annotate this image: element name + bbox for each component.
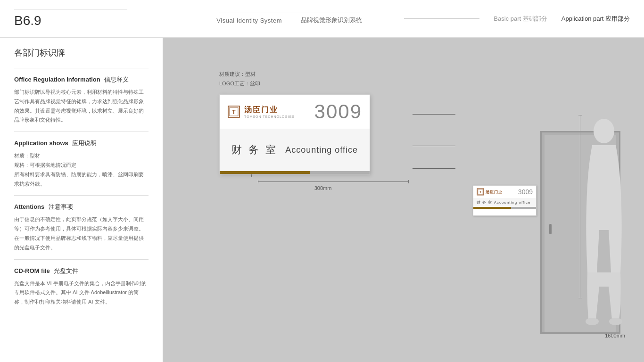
section-attentions: Attentions 注意事项 由于信息的不确定性，此页部分规范（如文字大小、间… — [14, 202, 149, 252]
sign-room-number: 3009 — [314, 100, 362, 123]
small-sign-top: T 汤臣门业 3009 — [473, 186, 536, 198]
sign-logo-icon: T — [227, 105, 240, 118]
content-area: 材质建议：型材 LOGO工艺：丝印 130mm T 汤臣门业 — [163, 38, 644, 362]
material-note-2: LOGO工艺：丝印 — [219, 79, 260, 89]
dim-1600-tick-top — [578, 115, 582, 115]
main-layout: 各部门标识牌 Office Regulation Information 信息释… — [0, 38, 644, 362]
door-wall-bg: T 汤臣门业 3009 财 务 室 Accounting office — [455, 84, 635, 348]
sign-logo-cn: 汤臣门业 — [244, 105, 295, 115]
sign-room-name-en: Accounting office — [285, 145, 358, 155]
sign-bottom-bar — [220, 171, 370, 174]
header: B6.9 Visual Identity System 品牌视觉形象识别系统 B… — [0, 0, 644, 38]
dim-1600-line — [580, 115, 580, 298]
header-app-part: Application part 应用部分 — [561, 15, 630, 23]
sign-middle: 财 务 室 Accounting office — [220, 129, 370, 171]
section-cd-body: 光盘文件是本 VI 手册电子文件的集合，内含手册制作时的专用软件格式文件。其中 … — [14, 279, 149, 307]
section-app-en: Application shows — [14, 140, 68, 147]
tick-left — [258, 180, 258, 183]
dim-line-horizontal — [258, 181, 409, 182]
sign-mockup: T 汤臣门业 TOMSON TECHNOLOGIES 3009 财 务 室 Ac… — [219, 94, 370, 174]
sign-logo-en: TOMSON TECHNOLOGIES — [244, 115, 295, 118]
divider-3 — [14, 259, 149, 260]
vis-system-cn: 品牌视觉形象识别系统 — [301, 16, 362, 25]
tick-bottom — [250, 177, 253, 177]
sign-top: T 汤臣门业 TOMSON TECHNOLOGIES 3009 — [220, 95, 370, 129]
section-att-cn: 注意事项 — [49, 203, 73, 210]
section-info-body: 部门标识牌以导视为核心元素，利用材料的特性与特殊工艺制作具有品牌视觉特征的铭牌，… — [14, 88, 149, 125]
section-att-en: Attentions — [14, 203, 44, 210]
section-application: Application shows 应用说明 材质：型材 规格：可根据实地情况而… — [14, 139, 149, 189]
human-silhouette — [578, 112, 630, 338]
dim-1600: 1600mm — [605, 333, 625, 338]
section-info-en: Office Regulation Information — [14, 76, 100, 83]
material-note-1: 材质建议：型材 — [219, 70, 260, 79]
divider-1 — [14, 132, 149, 132]
small-sign: T 汤臣门业 3009 财 务 室 Accounting office — [473, 185, 537, 216]
section-cd-cn: 光盘文件 — [54, 267, 78, 274]
section-cd-heading: CD-ROM file 光盘文件 — [14, 266, 149, 275]
section-info-cn: 信息释义 — [104, 76, 129, 83]
divider-top — [14, 68, 149, 68]
section-app-heading: Application shows 应用说明 — [14, 139, 149, 148]
svg-text:T: T — [479, 190, 482, 194]
section-app-body: 材质：型材 规格：可根据实地情况而定 所有材料要求具有防锈、防腐的能力，喷漆、丝… — [14, 151, 149, 189]
header-basic-part: Basic part 基础部分 — [494, 15, 547, 23]
small-sign-bar — [473, 207, 536, 209]
section-cdrom: CD-ROM file 光盘文件 光盘文件是本 VI 手册电子文件的集合，内含手… — [14, 266, 149, 307]
sign-logo-area: T 汤臣门业 TOMSON TECHNOLOGIES — [227, 105, 314, 118]
svg-point-8 — [609, 318, 622, 325]
page-number: B6.9 — [14, 13, 165, 28]
door-handle — [549, 224, 552, 234]
svg-point-6 — [594, 119, 614, 143]
small-sign-logo-cn: 汤臣门业 — [486, 189, 503, 195]
vis-system-en: Visual Identity System — [216, 17, 282, 24]
svg-text:T: T — [232, 109, 236, 115]
sidebar-title: 各部门标识牌 — [14, 47, 149, 58]
section-att-body: 由于信息的不确定性，此页部分规范（如文字大小、间距等）可作为参考使用，具体可根据… — [14, 215, 149, 252]
sign-room-name-cn: 财 务 室 — [231, 143, 278, 157]
small-sign-room-num: 3009 — [518, 188, 533, 196]
small-sign-logo-icon: T — [477, 188, 484, 196]
section-att-heading: Attentions 注意事项 — [14, 202, 149, 211]
svg-point-7 — [586, 318, 599, 325]
sign-logo-text: 汤臣门业 TOMSON TECHNOLOGIES — [244, 105, 295, 118]
tick-right — [408, 180, 409, 183]
divider-2 — [14, 195, 149, 196]
section-info: Office Regulation Information 信息释义 部门标识牌… — [14, 75, 149, 125]
section-app-cn: 应用说明 — [72, 140, 97, 147]
small-sign-room-name: 财 务 室 Accounting office — [473, 198, 536, 207]
material-notes: 材质建议：型材 LOGO工艺：丝印 — [219, 70, 260, 89]
section-info-heading: Office Regulation Information 信息释义 — [14, 75, 149, 84]
dim-1600-tick-bottom — [578, 298, 582, 298]
dim-300: 300mm — [314, 185, 332, 191]
section-cd-en: CD-ROM file — [14, 267, 50, 274]
sidebar: 各部门标识牌 Office Regulation Information 信息释… — [0, 38, 163, 362]
